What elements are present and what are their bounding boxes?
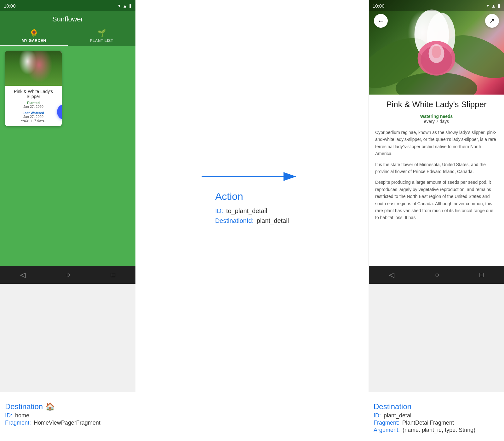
right-recents-nav-btn[interactable]: □ bbox=[479, 271, 484, 279]
description-para-1: Cypripedium reginae, known as the showy … bbox=[375, 129, 498, 157]
tabs-container: 🌻 MY GARDEN 🌱 PLANT LIST bbox=[0, 26, 135, 46]
app-title: Sunflower bbox=[0, 15, 135, 23]
right-dest-id-value: plant_detail bbox=[384, 412, 413, 419]
description-para-3: Despite producing a large amount of seed… bbox=[375, 179, 498, 221]
right-dest-id-label: ID: bbox=[374, 412, 381, 419]
tab-my-garden-label: MY GARDEN bbox=[22, 38, 46, 43]
left-dest-id-value: home bbox=[15, 412, 29, 419]
right-home-nav-btn[interactable]: ○ bbox=[435, 271, 439, 279]
left-nav-bar: ◁ ○ □ bbox=[0, 266, 135, 284]
recents-nav-btn[interactable]: □ bbox=[111, 271, 115, 279]
left-phone-content: Pink & White Lady's Slipper Planted Jan … bbox=[0, 46, 135, 266]
right-time: 10:00 bbox=[373, 3, 385, 9]
my-garden-icon: 🌻 bbox=[30, 29, 38, 37]
water-info: water in 7 days. bbox=[8, 119, 59, 122]
plant-hero-image: 10:00 ▾ ▲ ▮ bbox=[369, 0, 504, 95]
left-dest-title-row: Destination 🏠 bbox=[5, 402, 130, 411]
action-dest-id-value: plant_detail bbox=[257, 217, 289, 224]
share-icon: ↗ bbox=[490, 17, 495, 25]
plant-card-body: Pink & White Lady's Slipper Planted Jan … bbox=[5, 86, 62, 126]
planted-date: Jan 27, 2020 bbox=[8, 105, 59, 108]
right-wifi-icon: ▾ bbox=[487, 3, 489, 9]
detail-back-button[interactable]: ← bbox=[374, 14, 388, 28]
right-battery-icon: ▮ bbox=[498, 3, 500, 9]
left-time: 10:00 bbox=[4, 3, 16, 9]
right-destination: Destination ID: plant_detail Fragment: P… bbox=[369, 398, 504, 441]
plant-card-image bbox=[5, 51, 62, 86]
back-nav-btn[interactable]: ◁ bbox=[20, 271, 26, 279]
planted-label: Planted bbox=[8, 101, 59, 105]
right-signal-icon: ▲ bbox=[491, 3, 496, 9]
left-dest-id: ID: home bbox=[5, 412, 130, 419]
watering-schedule: every 7 days bbox=[375, 119, 498, 124]
right-status-bar: 10:00 ▾ ▲ ▮ bbox=[369, 0, 504, 11]
left-phone: 10:00 ▾ ▲ ▮ Sunflower 🌻 MY GARDEN bbox=[0, 0, 135, 392]
right-nav-bar: ◁ ○ □ bbox=[369, 266, 504, 284]
last-watered-date: Jan 27, 2020 bbox=[8, 115, 59, 119]
home-nav-btn[interactable]: ○ bbox=[66, 271, 70, 279]
hero-actions: ← ↗ bbox=[369, 11, 504, 30]
right-back-nav-btn[interactable]: ◁ bbox=[389, 271, 394, 279]
description-para-2: It is the state flower of Minnesota, Uni… bbox=[375, 161, 498, 175]
plant-detail-content: Pink & White Lady's Slipper Watering nee… bbox=[369, 95, 504, 266]
left-dest-fragment-label: Fragment: bbox=[5, 420, 31, 426]
left-destination: Destination 🏠 ID: home Fragment: HomeVie… bbox=[0, 398, 135, 441]
left-status-icons: ▾ ▲ ▮ bbox=[118, 3, 132, 9]
action-id-field: ID: to_plant_detail bbox=[215, 207, 289, 215]
left-app-bar: Sunflower 🌻 MY GARDEN 🌱 PLANT LIST bbox=[0, 11, 135, 46]
right-phone: 10:00 ▾ ▲ ▮ bbox=[369, 0, 504, 392]
navigation-arrow bbox=[202, 167, 302, 186]
right-dest-fragment-value: PlantDetailFragment bbox=[402, 420, 454, 426]
tab-plant-list-label: PLANT LIST bbox=[90, 38, 113, 43]
detail-plant-name: Pink & White Lady's Slipper bbox=[375, 100, 498, 109]
action-info-box: Action ID: to_plant_detail DestinationId… bbox=[215, 191, 289, 227]
right-dest-title-row: Destination bbox=[374, 402, 499, 411]
action-id-label: ID: bbox=[215, 207, 223, 214]
action-title: Action bbox=[215, 191, 289, 202]
right-dest-argument-value: (name: plant_id, type: String) bbox=[403, 427, 475, 433]
last-watered-label: Last Watered bbox=[8, 111, 59, 115]
watering-section: Watering needs every 7 days bbox=[375, 114, 498, 124]
action-dest-id-label: DestinationId: bbox=[215, 217, 254, 224]
left-dest-id-label: ID: bbox=[5, 412, 12, 419]
left-status-bar: 10:00 ▾ ▲ ▮ bbox=[0, 0, 135, 11]
signal-icon: ▲ bbox=[123, 3, 127, 9]
right-status-icons: ▾ ▲ ▮ bbox=[487, 3, 500, 9]
action-dest-field: DestinationId: plant_detail bbox=[215, 217, 289, 224]
wifi-icon: ▾ bbox=[118, 3, 121, 9]
back-icon: ← bbox=[378, 17, 384, 25]
right-dest-id: ID: plant_detail bbox=[374, 412, 499, 419]
plant-card[interactable]: Pink & White Lady's Slipper Planted Jan … bbox=[5, 51, 62, 126]
right-dest-argument: Argument: (name: plant_id, type: String) bbox=[374, 427, 499, 433]
flower-image bbox=[5, 51, 62, 86]
left-dest-fragment: Fragment: HomeViewPagerFragment bbox=[5, 420, 130, 426]
right-dest-argument-label: Argument: bbox=[374, 427, 400, 433]
plant-card-name: Pink & White Lady's Slipper bbox=[8, 89, 59, 99]
bottom-spacer bbox=[135, 398, 369, 441]
action-id-value: to_plant_detail bbox=[226, 207, 267, 214]
left-dest-fragment-value: HomeViewPagerFragment bbox=[34, 420, 100, 426]
watering-needs-label: Watering needs bbox=[375, 114, 498, 119]
left-dest-title: Destination bbox=[5, 402, 43, 411]
tab-my-garden[interactable]: 🌻 MY GARDEN bbox=[0, 26, 68, 46]
svg-point-10 bbox=[432, 46, 441, 58]
plant-list-icon: 🌱 bbox=[97, 29, 106, 37]
right-dest-fragment: Fragment: PlantDetailFragment bbox=[374, 420, 499, 426]
share-button[interactable]: ↗ bbox=[485, 14, 499, 28]
home-dest-icon: 🏠 bbox=[45, 402, 55, 411]
plant-description: Cypripedium reginae, known as the showy … bbox=[375, 129, 498, 221]
action-section: Action ID: to_plant_detail DestinationId… bbox=[135, 0, 369, 392]
right-dest-title: Destination bbox=[374, 402, 411, 411]
right-dest-fragment-label: Fragment: bbox=[374, 420, 399, 426]
battery-icon: ▮ bbox=[129, 3, 132, 9]
bottom-destinations: Destination 🏠 ID: home Fragment: HomeVie… bbox=[0, 392, 504, 441]
tab-plant-list[interactable]: 🌱 PLANT LIST bbox=[68, 26, 135, 46]
